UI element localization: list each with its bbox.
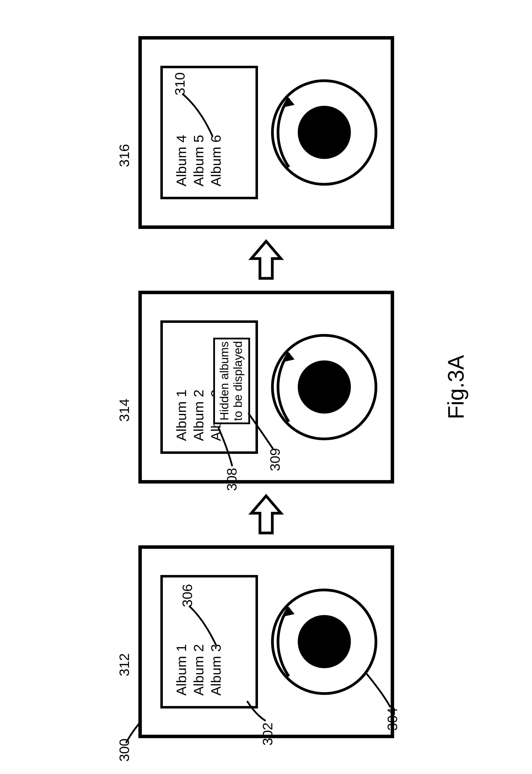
ref-300: 300 bbox=[116, 738, 132, 761]
ref-310: 310 bbox=[171, 72, 188, 95]
device-screen: Album 1 Album 2 Album 3 Hidden albums to… bbox=[160, 320, 258, 454]
device-body: Album 1 Album 2 Album 3 bbox=[138, 545, 394, 738]
device-row: Album 1 Album 2 Album 3 300 bbox=[106, 41, 427, 733]
device-state-2: Album 1 Album 2 Album 3 Hidden albums to… bbox=[138, 291, 394, 484]
wheel-area bbox=[258, 549, 390, 735]
device-screen: Album 1 Album 2 Album 3 bbox=[160, 575, 258, 709]
wheel-hub[interactable] bbox=[298, 106, 351, 159]
ref-308: 308 bbox=[223, 468, 239, 491]
popup-line: Hidden albums bbox=[217, 341, 231, 421]
popup-line: to be displayed bbox=[231, 341, 245, 421]
wheel-hub[interactable] bbox=[298, 615, 351, 668]
wheel-area bbox=[258, 40, 390, 225]
transition-arrow-icon bbox=[246, 239, 286, 281]
click-wheel[interactable] bbox=[271, 334, 377, 440]
device-state-3: Album 4 Album 5 Album 6 316 310 bbox=[138, 36, 394, 229]
figure-stage: Album 1 Album 2 Album 3 300 bbox=[106, 41, 427, 733]
ref-314: 314 bbox=[116, 399, 132, 422]
list-item: Album 1 bbox=[172, 333, 190, 441]
figure-caption: Fig.3A bbox=[443, 355, 469, 419]
list-item: Album 6 bbox=[207, 79, 224, 186]
ref-312: 312 bbox=[116, 653, 132, 676]
list-item: Album 3 bbox=[207, 588, 224, 696]
transition-arrow-icon bbox=[246, 494, 286, 536]
click-wheel[interactable] bbox=[271, 589, 377, 695]
ref-304: 304 bbox=[384, 708, 400, 731]
ref-302: 302 bbox=[259, 722, 275, 745]
ref-306: 306 bbox=[179, 584, 195, 607]
ref-309: 309 bbox=[267, 448, 283, 471]
ref-316: 316 bbox=[116, 144, 132, 167]
device-body: Album 4 Album 5 Album 6 bbox=[138, 36, 394, 229]
wheel-hub[interactable] bbox=[298, 360, 351, 414]
popup-box: Hidden albums to be displayed bbox=[213, 338, 250, 424]
list-item: Album 2 bbox=[190, 333, 207, 441]
device-body: Album 1 Album 2 Album 3 Hidden albums to… bbox=[138, 291, 394, 484]
device-state-1: Album 1 Album 2 Album 3 300 bbox=[138, 545, 394, 738]
list-item: Album 5 bbox=[190, 79, 207, 186]
click-wheel[interactable] bbox=[271, 79, 377, 186]
